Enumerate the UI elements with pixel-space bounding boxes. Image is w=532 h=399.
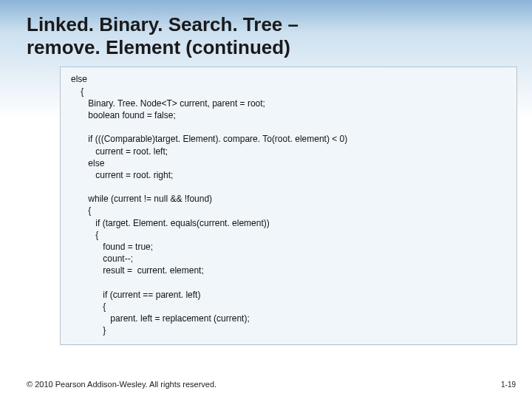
- page-number: 1-19: [501, 381, 516, 389]
- slide: Linked. Binary. Search. Tree – remove. E…: [0, 0, 532, 399]
- code-listing: else { Binary. Tree. Node<T> current, pa…: [60, 66, 517, 344]
- slide-title: Linked. Binary. Search. Tree – remove. E…: [27, 13, 532, 59]
- title-line-1: Linked. Binary. Search. Tree –: [27, 13, 532, 36]
- title-line-2: remove. Element (continued): [27, 36, 532, 59]
- copyright-footer: © 2010 Pearson Addison-Wesley. All right…: [27, 380, 216, 389]
